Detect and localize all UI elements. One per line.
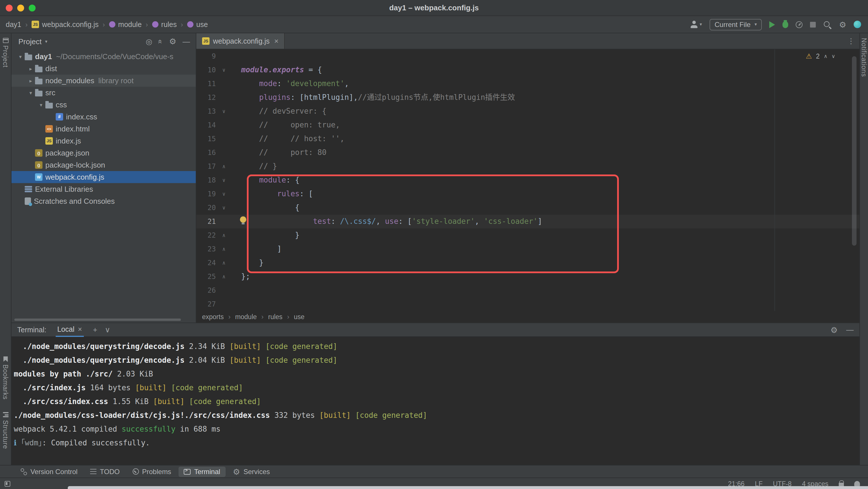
hide-button[interactable]: —: [183, 38, 190, 45]
user-menu-button[interactable]: ▾: [690, 21, 702, 28]
toolwindow-button-terminal[interactable]: Terminal: [179, 466, 225, 477]
code-line[interactable]: 23∧ ]: [196, 242, 859, 256]
editor-breadcrumb-item[interactable]: use: [294, 314, 305, 320]
nav-breadcrumb-item[interactable]: day1: [6, 20, 21, 28]
profile-button[interactable]: [796, 21, 803, 28]
code-line[interactable]: 16 // port: 80: [196, 146, 859, 160]
fold-marker[interactable]: ∧: [216, 160, 232, 173]
collapse-all-button[interactable]: «: [158, 38, 162, 45]
nav-breadcrumb-item[interactable]: use: [187, 20, 208, 28]
code-line[interactable]: 17∧ // }: [196, 160, 859, 173]
fold-marker[interactable]: ∨: [216, 201, 232, 215]
tree-item-index-js[interactable]: JSindex.js: [11, 135, 196, 147]
tree-expand-icon[interactable]: ▾: [16, 54, 25, 59]
nav-breadcrumb-item[interactable]: module: [109, 20, 142, 28]
tree-horizontal-scrollbar[interactable]: [14, 319, 181, 321]
code-line[interactable]: 22∧ }: [196, 228, 859, 242]
editor-breadcrumb-item[interactable]: module: [235, 314, 257, 320]
stripe-button-project[interactable]: Project: [2, 38, 9, 67]
next-problem-icon[interactable]: ∨: [832, 53, 835, 59]
fold-marker[interactable]: ∨: [216, 187, 232, 201]
fold-marker[interactable]: [216, 132, 232, 146]
fold-marker[interactable]: ∨: [216, 104, 232, 118]
fold-marker[interactable]: [216, 50, 232, 63]
fold-marker[interactable]: ∨: [216, 63, 232, 77]
fold-marker[interactable]: [216, 77, 232, 91]
stop-button[interactable]: [810, 22, 816, 27]
tree-item-node-modules[interactable]: ▸node_moduleslibrary root: [11, 75, 196, 87]
terminal-minimize-button[interactable]: —: [846, 326, 854, 333]
tree-item-webpack-config-js[interactable]: Wwebpack.config.js: [11, 171, 196, 183]
fold-marker[interactable]: ∧: [216, 270, 232, 284]
tree-expand-icon[interactable]: ▾: [26, 90, 35, 96]
fold-marker[interactable]: ∧: [216, 242, 232, 256]
dropdown-tab-button[interactable]: ∨: [105, 326, 110, 333]
zoom-window-button[interactable]: [29, 4, 36, 11]
stripe-button-notifications[interactable]: Notifications: [861, 38, 867, 77]
tree-item-dist[interactable]: ▸dist: [11, 63, 196, 75]
toolwindow-button-problems[interactable]: Problems: [127, 466, 176, 477]
tree-expand-icon[interactable]: ▸: [26, 78, 35, 84]
fold-marker[interactable]: [216, 91, 232, 104]
close-window-button[interactable]: [6, 4, 12, 11]
assistant-button[interactable]: [854, 21, 861, 28]
code-line[interactable]: 25∧};: [196, 270, 859, 284]
prev-problem-icon[interactable]: ∧: [824, 53, 828, 59]
fold-marker[interactable]: ∨: [216, 173, 232, 187]
nav-breadcrumb-item[interactable]: JSwebpack.config.js: [32, 20, 98, 28]
tree-item-index-css[interactable]: #index.css: [11, 111, 196, 123]
tree-expand-icon[interactable]: ▸: [26, 66, 35, 71]
tree-item-css[interactable]: ▾css: [11, 99, 196, 111]
toolwindow-switcher-icon[interactable]: [5, 481, 10, 486]
tree-item-day1[interactable]: ▾day1~/Documents/Code/VueCode/vue-s: [11, 51, 196, 63]
search-button[interactable]: [824, 20, 832, 28]
code-line[interactable]: 24∧ }: [196, 256, 859, 270]
locate-button[interactable]: ◎: [146, 38, 152, 45]
lock-button[interactable]: [839, 480, 844, 487]
editor-breadcrumb-item[interactable]: rules: [268, 314, 282, 320]
toolwindow-button-services[interactable]: ⚙Services: [228, 466, 275, 477]
code-line[interactable]: 14 // open: true,: [196, 118, 859, 132]
toolwindow-button-todo[interactable]: TODO: [85, 466, 125, 477]
fold-marker[interactable]: [216, 215, 232, 228]
inspections-widget[interactable]: ⚠ 2 ∧ ∨: [806, 52, 835, 60]
fold-marker[interactable]: ∧: [216, 228, 232, 242]
toolwindow-button-version-control[interactable]: Version Control: [15, 466, 83, 477]
tree-item-package-json[interactable]: {}package.json: [11, 147, 196, 159]
debug-button[interactable]: [783, 21, 788, 28]
add-tab-button[interactable]: +: [93, 326, 97, 333]
bell-button[interactable]: [854, 481, 860, 486]
run-config-selector[interactable]: Current File▾: [709, 19, 762, 30]
stripe-button-bookmarks[interactable]: Bookmarks: [2, 356, 9, 399]
fold-marker[interactable]: [216, 297, 232, 311]
minimize-window-button[interactable]: [17, 4, 24, 11]
intention-bulb-icon[interactable]: [240, 216, 246, 223]
tree-item-package-lock-json[interactable]: {}package-lock.json: [11, 159, 196, 171]
code-line[interactable]: 11 mode: 'development',: [196, 77, 859, 91]
tree-item-external-libraries[interactable]: External Libraries: [11, 183, 196, 195]
code-line[interactable]: 19∨ rules: [: [196, 187, 859, 201]
project-panel-title-group[interactable]: Project ▾: [19, 37, 48, 45]
editor-tab-webpack-config[interactable]: JS webpack.config.js ×: [196, 33, 285, 49]
tree-item-scratches-and-consoles[interactable]: Scratches and Consoles: [11, 195, 196, 207]
fold-marker[interactable]: [216, 146, 232, 160]
stripe-button-structure[interactable]: Structure: [2, 412, 9, 449]
fold-marker[interactable]: [216, 118, 232, 132]
code-line[interactable]: 27: [196, 297, 859, 311]
code-line[interactable]: 13∨ // devServer: {: [196, 104, 859, 118]
terminal-tab-local[interactable]: Local ×: [55, 323, 84, 337]
code-line[interactable]: 9: [196, 50, 859, 63]
code-line[interactable]: 20∨ {: [196, 201, 859, 215]
terminal-settings-button[interactable]: ⚙: [830, 326, 838, 334]
code-line[interactable]: 15 // // host: '',: [196, 132, 859, 146]
run-button[interactable]: [770, 21, 775, 28]
editor-breadcrumb-item[interactable]: exports: [202, 314, 224, 320]
tree-expand-icon[interactable]: ▾: [37, 102, 45, 108]
settings-button[interactable]: ⚙: [169, 37, 176, 45]
close-terminal-tab-icon[interactable]: ×: [78, 325, 82, 333]
code-line[interactable]: 26: [196, 284, 859, 297]
nav-breadcrumb-item[interactable]: rules: [152, 20, 177, 28]
fold-marker[interactable]: ∧: [216, 256, 232, 270]
editor-scrollbar[interactable]: [852, 56, 857, 246]
fold-marker[interactable]: [216, 284, 232, 297]
